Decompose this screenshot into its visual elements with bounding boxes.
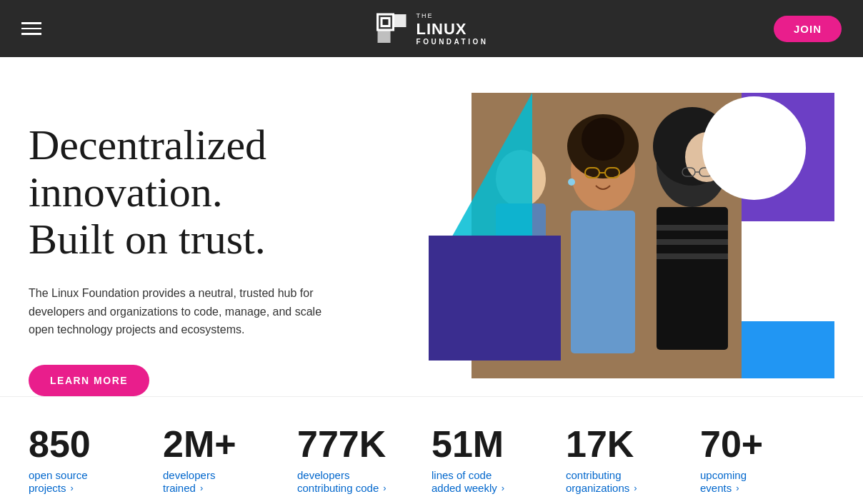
stat-label-added-weekly[interactable]: added weekly ›: [432, 482, 552, 494]
stat-label-upcoming[interactable]: upcoming: [700, 468, 820, 483]
stat-number-2m: 2M+: [163, 425, 283, 463]
learn-more-button[interactable]: LEARN MORE: [29, 365, 149, 396]
svg-rect-16: [571, 211, 635, 353]
stat-number-17k: 17K: [566, 425, 686, 463]
chevron-icon-5: ›: [736, 483, 739, 493]
chevron-icon-1: ›: [200, 483, 203, 493]
main-header: THE LINUX FOUNDATION JOIN: [0, 0, 863, 57]
svg-point-15: [568, 178, 575, 186]
dark-blue-rect-shape: [429, 236, 561, 361]
chevron-icon-2: ›: [383, 483, 386, 493]
svg-rect-21: [657, 239, 728, 245]
join-button[interactable]: JOIN: [774, 16, 842, 42]
stat-label-open-source[interactable]: open source: [29, 468, 149, 483]
logo[interactable]: THE LINUX FOUNDATION: [375, 10, 489, 46]
stat-number-70plus: 70+: [700, 425, 820, 463]
stat-number-850: 850: [29, 425, 149, 463]
stat-item-organizations: 17K contributing organizations ›: [566, 425, 700, 495]
stat-item-developers-trained: 2M+ developers trained ›: [163, 425, 297, 495]
logo-icon: [375, 11, 409, 46]
hero-section: Decentralized innovation. Built on trust…: [0, 57, 863, 396]
chevron-icon-4: ›: [634, 483, 637, 493]
svg-point-11: [582, 118, 624, 161]
hero-content: Decentralized innovation. Built on trust…: [29, 93, 386, 396]
stat-item-events: 70+ upcoming events ›: [700, 425, 834, 495]
svg-rect-20: [657, 225, 728, 231]
stat-number-777k: 777K: [297, 425, 417, 463]
hero-description: The Linux Foundation provides a neutral,…: [29, 284, 343, 339]
hero-image: [414, 93, 834, 378]
stat-label-trained[interactable]: trained ›: [163, 482, 283, 494]
svg-rect-4: [394, 14, 406, 27]
hero-title: Decentralized innovation. Built on trust…: [29, 121, 386, 263]
light-blue-rect-shape: [742, 321, 834, 378]
stat-item-contributing-code: 777K developers contributing code ›: [297, 425, 432, 495]
svg-rect-22: [657, 253, 728, 259]
stat-label-contributing-code[interactable]: contributing code ›: [297, 482, 417, 494]
stat-item-open-source: 850 open source projects ›: [29, 425, 163, 495]
stat-label-projects[interactable]: projects ›: [29, 482, 149, 494]
chevron-icon-3: ›: [502, 483, 504, 493]
chevron-icon-0: ›: [71, 483, 74, 493]
logo-text: THE LINUX FOUNDATION: [416, 10, 489, 46]
stat-label-lines-of-code[interactable]: lines of code: [432, 468, 552, 483]
stat-label-organizations[interactable]: organizations ›: [566, 482, 686, 494]
stat-number-51m: 51M: [432, 425, 552, 463]
white-circle-shape: [702, 96, 806, 200]
hamburger-menu[interactable]: [21, 22, 41, 35]
stat-label-events[interactable]: events ›: [700, 482, 820, 494]
svg-rect-3: [383, 19, 389, 25]
svg-rect-5: [378, 30, 391, 43]
stat-label-contributing[interactable]: contributing: [566, 468, 686, 483]
stats-section: 850 open source projects › 2M+ developer…: [0, 396, 863, 504]
stat-item-lines-of-code: 51M lines of code added weekly ›: [432, 425, 566, 495]
stat-label-devs[interactable]: developers: [297, 468, 417, 483]
stat-label-developers[interactable]: developers: [163, 468, 283, 483]
